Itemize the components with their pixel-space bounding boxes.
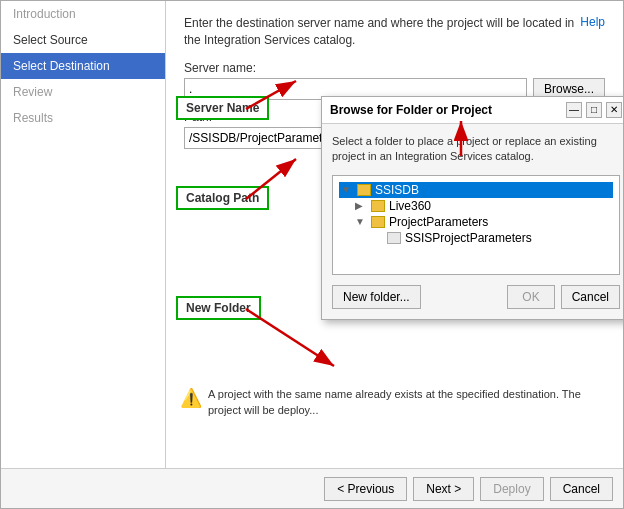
dialog-title: Browse for Folder or Project <box>330 103 492 117</box>
page-description: Enter the destination server name and wh… <box>184 15 580 49</box>
bottom-bar: < Previous Next > Deploy Cancel <box>1 468 623 508</box>
tree-item-ssisprojectparameters[interactable]: ▶ SSISProjectParameters <box>339 230 613 246</box>
tree-label-projectparameters: ProjectParameters <box>389 215 488 229</box>
server-name-group: Server name: Browse... <box>184 61 605 100</box>
sidebar: Introduction Select Source Select Destin… <box>1 1 166 468</box>
annotation-server-name: Server Name <box>176 96 269 120</box>
folder-icon-ssisdb <box>357 184 371 196</box>
page-header: Enter the destination server name and wh… <box>184 15 605 49</box>
dialog-close-button[interactable]: ✕ <box>606 102 622 118</box>
folder-icon-live360 <box>371 200 385 212</box>
tree-expand-live360: ▶ <box>355 200 367 211</box>
file-icon-ssisprojectparameters <box>387 232 401 244</box>
dialog-controls: — □ ✕ <box>566 102 622 118</box>
dialog-body: Select a folder to place a project or re… <box>322 124 623 319</box>
dialog-cancel-button[interactable]: Cancel <box>561 285 620 309</box>
dialog-minimize-button[interactable]: — <box>566 102 582 118</box>
cancel-button[interactable]: Cancel <box>550 477 613 501</box>
tree-label-live360: Live360 <box>389 199 431 213</box>
sidebar-item-select-destination[interactable]: Select Destination <box>1 53 165 79</box>
tree-label-ssisprojectparameters: SSISProjectParameters <box>405 231 532 245</box>
tree-area: ▼ SSISDB ▶ Live360 <box>332 175 620 275</box>
dialog-restore-button[interactable]: □ <box>586 102 602 118</box>
next-button[interactable]: Next > <box>413 477 474 501</box>
new-folder-button[interactable]: New folder... <box>332 285 421 309</box>
warning-area: ⚠️ A project with the same name already … <box>180 387 609 418</box>
sidebar-item-introduction[interactable]: Introduction <box>1 1 165 27</box>
tree-expand-projectparameters: ▼ <box>355 216 367 227</box>
tree-item-ssisdb[interactable]: ▼ SSISDB <box>339 182 613 198</box>
dialog-description: Select a folder to place a project or re… <box>332 134 620 165</box>
browse-dialog[interactable]: Browse for Folder or Project — □ ✕ Selec… <box>321 96 623 320</box>
previous-button[interactable]: < Previous <box>324 477 407 501</box>
tree-item-projectparameters[interactable]: ▼ ProjectParameters <box>339 214 613 230</box>
warning-text: A project with the same name already exi… <box>208 387 609 418</box>
ok-button[interactable]: OK <box>507 285 554 309</box>
tree-label-ssisdb: SSISDB <box>375 183 419 197</box>
tree-expand-ssisdb: ▼ <box>341 184 353 195</box>
dialog-bottom: New folder... OK Cancel <box>332 285 620 309</box>
annotation-new-folder: New Folder <box>176 296 261 320</box>
server-name-label: Server name: <box>184 61 605 75</box>
warning-icon: ⚠️ <box>180 387 202 409</box>
deploy-button[interactable]: Deploy <box>480 477 543 501</box>
help-link[interactable]: Help <box>580 15 605 29</box>
main-window: Introduction Select Source Select Destin… <box>0 0 624 509</box>
sidebar-item-select-source[interactable]: Select Source <box>1 27 165 53</box>
content-area: Introduction Select Source Select Destin… <box>1 1 623 468</box>
dialog-actions: OK Cancel <box>507 285 620 309</box>
sidebar-item-results[interactable]: Results <box>1 105 165 131</box>
tree-item-live360[interactable]: ▶ Live360 <box>339 198 613 214</box>
dialog-titlebar: Browse for Folder or Project — □ ✕ <box>322 97 623 124</box>
main-content: Enter the destination server name and wh… <box>166 1 623 468</box>
folder-icon-projectparameters <box>371 216 385 228</box>
annotation-catalog-path: Catalog Path <box>176 186 269 210</box>
sidebar-item-review[interactable]: Review <box>1 79 165 105</box>
